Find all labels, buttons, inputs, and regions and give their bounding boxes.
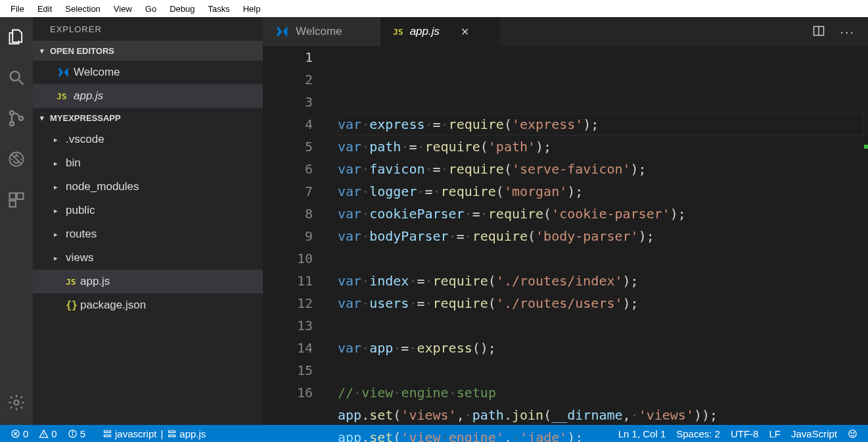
files-icon [7, 28, 26, 46]
breadcrumb-segment: app.js [179, 428, 206, 439]
status-info[interactable]: 5 [64, 425, 89, 442]
js-file-icon: JS [393, 27, 403, 37]
menu-selection[interactable]: Selection [58, 3, 106, 15]
svg-rect-9 [10, 201, 16, 207]
breadcrumb-separator: | [159, 428, 164, 439]
folder-views[interactable]: ▸views [33, 246, 263, 270]
tab-welcome[interactable]: Welcome [263, 17, 381, 46]
file-label: package.json [80, 299, 146, 312]
js-file-icon: JS [57, 91, 74, 101]
svg-point-3 [10, 122, 14, 126]
svg-rect-7 [10, 193, 16, 199]
extensions-icon [7, 191, 26, 209]
open-editors-header[interactable]: ▾ OPEN EDITORS [33, 41, 263, 61]
info-icon [68, 429, 78, 439]
menubar: File Edit Selection View Go Debug Tasks … [0, 0, 868, 17]
activity-bar [0, 17, 33, 425]
activity-search[interactable] [0, 64, 33, 91]
chevron-right-icon: ▸ [51, 254, 60, 262]
open-editors-label: OPEN EDITORS [50, 46, 114, 56]
workspace-header[interactable]: ▾ MYEXPRESSAPP [33, 108, 263, 128]
status-warnings-count: 0 [51, 428, 57, 439]
svg-rect-23 [169, 431, 175, 433]
menu-tasks[interactable]: Tasks [201, 3, 236, 15]
activity-git[interactable] [0, 105, 33, 132]
folder-bin[interactable]: ▸bin [33, 151, 263, 175]
folder-public[interactable]: ▸public [33, 199, 263, 222]
chevron-right-icon: ▸ [51, 230, 60, 239]
code-area[interactable]: var·express·=·require('express');var·pat… [326, 46, 868, 425]
explorer-sidebar: EXPLORER ▾ OPEN EDITORS Welcome JS app.j… [33, 17, 263, 425]
open-editor-appjs[interactable]: JS app.js [33, 84, 263, 108]
menu-help[interactable]: Help [237, 3, 267, 15]
activity-explorer[interactable] [0, 24, 33, 50]
tab-bar: Welcome JS app.js ✕ ··· [263, 17, 868, 46]
search-icon [7, 68, 26, 87]
symbol-icon [167, 429, 177, 439]
folder-routes[interactable]: ▸routes [33, 222, 263, 246]
folder-label: public [66, 204, 95, 217]
folder-vscode[interactable]: ▸.vscode [33, 128, 263, 151]
file-label: app.js [80, 275, 110, 288]
folder-label: node_modules [66, 180, 139, 193]
svg-point-4 [19, 116, 23, 120]
more-actions-button[interactable]: ··· [840, 24, 855, 39]
vscode-icon [275, 24, 289, 39]
bug-slash-icon [7, 150, 26, 168]
chevron-right-icon: ▸ [51, 183, 60, 191]
warning-icon [39, 429, 49, 439]
chevron-right-icon: ▸ [51, 159, 60, 168]
svg-point-17 [43, 435, 44, 436]
status-info-count: 5 [80, 428, 85, 439]
svg-rect-21 [104, 431, 111, 433]
activity-extensions[interactable] [0, 187, 33, 213]
svg-point-2 [10, 111, 14, 115]
open-editor-label: Welcome [74, 66, 120, 79]
vscode-icon [57, 66, 74, 79]
svg-point-20 [72, 431, 73, 432]
activity-debug[interactable] [0, 146, 33, 172]
chevron-right-icon: ▸ [51, 207, 60, 215]
tab-label: app.js [410, 25, 440, 38]
open-editor-welcome[interactable]: Welcome [33, 61, 263, 84]
json-file-icon: {} [66, 299, 80, 311]
menu-view[interactable]: View [107, 3, 139, 15]
tab-label: Welcome [296, 25, 342, 38]
open-editor-label: app.js [74, 89, 103, 103]
split-editor-button[interactable] [812, 24, 825, 39]
status-breadcrumb[interactable]: javascript | app.js [99, 425, 210, 442]
line-number-gutter: 12345678910111213141516 [263, 46, 326, 425]
status-warnings[interactable]: 0 [35, 425, 60, 442]
svg-rect-8 [17, 193, 23, 199]
menu-edit[interactable]: Edit [31, 3, 58, 15]
menu-file[interactable]: File [4, 3, 31, 15]
activity-settings[interactable] [0, 389, 33, 416]
code-editor[interactable]: 12345678910111213141516 var·express·=·re… [263, 46, 868, 425]
close-icon[interactable]: ✕ [461, 26, 469, 38]
workspace-label: MYEXPRESSAPP [50, 113, 121, 123]
menu-go[interactable]: Go [139, 3, 163, 15]
error-icon [11, 429, 20, 439]
svg-point-10 [14, 401, 19, 405]
menu-debug[interactable]: Debug [163, 3, 201, 15]
svg-rect-22 [104, 435, 111, 437]
svg-point-0 [11, 72, 20, 81]
tab-appjs[interactable]: JS app.js ✕ [381, 17, 499, 46]
gear-icon [7, 393, 26, 412]
folder-node-modules[interactable]: ▸node_modules [33, 175, 263, 199]
editor-group: Welcome JS app.js ✕ ··· 1234567891011121… [263, 17, 868, 425]
folder-label: views [66, 251, 94, 264]
file-appjs[interactable]: ▸JSapp.js [33, 270, 263, 293]
symbol-icon [103, 429, 112, 439]
file-package-json[interactable]: ▸{}package.json [33, 293, 263, 317]
folder-label: .vscode [66, 133, 104, 146]
chevron-down-icon: ▾ [37, 47, 47, 55]
source-control-icon [7, 109, 26, 128]
breadcrumb-segment: javascript [115, 428, 156, 439]
svg-line-1 [19, 80, 24, 85]
js-file-icon: JS [66, 277, 80, 287]
status-errors-count: 0 [23, 428, 28, 439]
status-errors[interactable]: 0 [7, 425, 32, 442]
chevron-down-icon: ▾ [37, 114, 47, 122]
folder-label: routes [66, 228, 97, 241]
